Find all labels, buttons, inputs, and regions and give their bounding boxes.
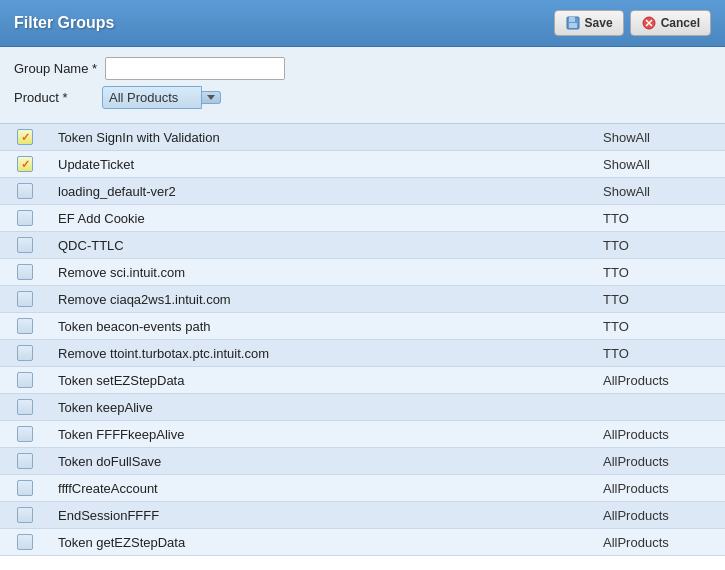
row-name: Token SignIn with Validation bbox=[50, 124, 595, 151]
checkbox-unchecked[interactable] bbox=[17, 399, 33, 415]
checkbox-cell[interactable] bbox=[0, 232, 50, 259]
checkbox-cell[interactable] bbox=[0, 313, 50, 340]
checkbox-cell[interactable] bbox=[0, 421, 50, 448]
row-name: Remove ttoint.turbotax.ptc.intuit.com bbox=[50, 340, 595, 367]
row-name: Token doFullSave bbox=[50, 448, 595, 475]
cancel-label: Cancel bbox=[661, 16, 700, 30]
checkbox-cell[interactable] bbox=[0, 475, 50, 502]
checkbox-cell[interactable] bbox=[0, 394, 50, 421]
checkbox-cell[interactable]: ✓ bbox=[0, 124, 50, 151]
table-row: Token setEZStepDataAllProducts bbox=[0, 367, 725, 394]
row-name: Token getEZStepData bbox=[50, 529, 595, 556]
save-label: Save bbox=[585, 16, 613, 30]
row-value: AllProducts bbox=[595, 475, 725, 502]
checkbox-cell[interactable] bbox=[0, 448, 50, 475]
header-buttons: Save Cancel bbox=[554, 10, 711, 36]
table-row: EndSessionFFFFAllProducts bbox=[0, 502, 725, 529]
row-name: Token FFFFkeepAlive bbox=[50, 421, 595, 448]
row-name: QDC-TTLC bbox=[50, 232, 595, 259]
checkbox-cell[interactable]: ✓ bbox=[0, 151, 50, 178]
cancel-button[interactable]: Cancel bbox=[630, 10, 711, 36]
table-row: Token beacon-events pathTTO bbox=[0, 313, 725, 340]
checkbox-cell[interactable] bbox=[0, 367, 50, 394]
table-row: ✓Token SignIn with ValidationShowAll bbox=[0, 124, 725, 151]
row-value: TTO bbox=[595, 340, 725, 367]
checkbox-unchecked[interactable] bbox=[17, 318, 33, 334]
row-name: Remove sci.intuit.com bbox=[50, 259, 595, 286]
table-row: Remove ciaqa2ws1.intuit.comTTO bbox=[0, 286, 725, 313]
checkbox-unchecked[interactable] bbox=[17, 480, 33, 496]
checkbox-checked[interactable]: ✓ bbox=[17, 129, 33, 145]
row-value: ShowAll bbox=[595, 151, 725, 178]
group-name-input[interactable] bbox=[105, 57, 285, 80]
checkbox-unchecked[interactable] bbox=[17, 345, 33, 361]
checkbox-unchecked[interactable] bbox=[17, 534, 33, 550]
group-name-label: Group Name * bbox=[14, 61, 97, 76]
row-value: ShowAll bbox=[595, 124, 725, 151]
checkbox-unchecked[interactable] bbox=[17, 210, 33, 226]
checkbox-unchecked[interactable] bbox=[17, 453, 33, 469]
product-label: Product * bbox=[14, 90, 94, 105]
table-row: loading_default-ver2ShowAll bbox=[0, 178, 725, 205]
row-value: AllProducts bbox=[595, 448, 725, 475]
checkbox-unchecked[interactable] bbox=[17, 507, 33, 523]
row-value: AllProducts bbox=[595, 421, 725, 448]
table-row: Token doFullSaveAllProducts bbox=[0, 448, 725, 475]
form-area: Group Name * Product * All Products bbox=[0, 47, 725, 124]
row-value: TTO bbox=[595, 232, 725, 259]
group-name-row: Group Name * bbox=[14, 57, 711, 80]
checkbox-unchecked[interactable] bbox=[17, 183, 33, 199]
svg-rect-2 bbox=[569, 23, 577, 28]
chevron-down-icon bbox=[207, 95, 215, 100]
row-value: TTO bbox=[595, 313, 725, 340]
row-name: ffffCreateAccount bbox=[50, 475, 595, 502]
row-value: TTO bbox=[595, 205, 725, 232]
checkbox-unchecked[interactable] bbox=[17, 372, 33, 388]
checkbox-cell[interactable] bbox=[0, 340, 50, 367]
checkbox-unchecked[interactable] bbox=[17, 264, 33, 280]
row-value: AllProducts bbox=[595, 502, 725, 529]
row-name: EndSessionFFFF bbox=[50, 502, 595, 529]
row-value: TTO bbox=[595, 259, 725, 286]
checkbox-cell[interactable] bbox=[0, 286, 50, 313]
row-name: Token beacon-events path bbox=[50, 313, 595, 340]
checkbox-cell[interactable] bbox=[0, 259, 50, 286]
save-icon bbox=[565, 15, 581, 31]
row-value: ShowAll bbox=[595, 178, 725, 205]
checkbox-unchecked[interactable] bbox=[17, 426, 33, 442]
table-row: ✓UpdateTicketShowAll bbox=[0, 151, 725, 178]
row-value bbox=[595, 394, 725, 421]
cancel-icon bbox=[641, 15, 657, 31]
row-name: Token setEZStepData bbox=[50, 367, 595, 394]
row-name: Remove ciaqa2ws1.intuit.com bbox=[50, 286, 595, 313]
table-row: Remove sci.intuit.comTTO bbox=[0, 259, 725, 286]
row-name: UpdateTicket bbox=[50, 151, 595, 178]
checkbox-checked[interactable]: ✓ bbox=[17, 156, 33, 172]
checkbox-unchecked[interactable] bbox=[17, 237, 33, 253]
checkbox-unchecked[interactable] bbox=[17, 291, 33, 307]
row-name: loading_default-ver2 bbox=[50, 178, 595, 205]
table-row: ffffCreateAccountAllProducts bbox=[0, 475, 725, 502]
save-button[interactable]: Save bbox=[554, 10, 624, 36]
checkbox-cell[interactable] bbox=[0, 178, 50, 205]
row-name: EF Add Cookie bbox=[50, 205, 595, 232]
header: Filter Groups Save Cancel bbox=[0, 0, 725, 47]
checkbox-cell[interactable] bbox=[0, 502, 50, 529]
row-value: AllProducts bbox=[595, 367, 725, 394]
product-dropdown[interactable]: All Products bbox=[102, 86, 202, 109]
table-row: EF Add CookieTTO bbox=[0, 205, 725, 232]
product-dropdown-wrapper: All Products bbox=[102, 86, 221, 109]
svg-rect-1 bbox=[569, 17, 575, 22]
page-title: Filter Groups bbox=[14, 14, 114, 32]
checkbox-cell[interactable] bbox=[0, 529, 50, 556]
table-row: Token FFFFkeepAliveAllProducts bbox=[0, 421, 725, 448]
checkbox-cell[interactable] bbox=[0, 205, 50, 232]
table-row: Token keepAlive bbox=[0, 394, 725, 421]
row-value: AllProducts bbox=[595, 529, 725, 556]
product-dropdown-arrow[interactable] bbox=[202, 91, 221, 104]
filter-table-container: ✓Token SignIn with ValidationShowAll✓Upd… bbox=[0, 124, 725, 564]
table-row: Token getEZStepDataAllProducts bbox=[0, 529, 725, 556]
table-row: Remove ttoint.turbotax.ptc.intuit.comTTO bbox=[0, 340, 725, 367]
table-row: QDC-TTLCTTO bbox=[0, 232, 725, 259]
row-name: Token keepAlive bbox=[50, 394, 595, 421]
